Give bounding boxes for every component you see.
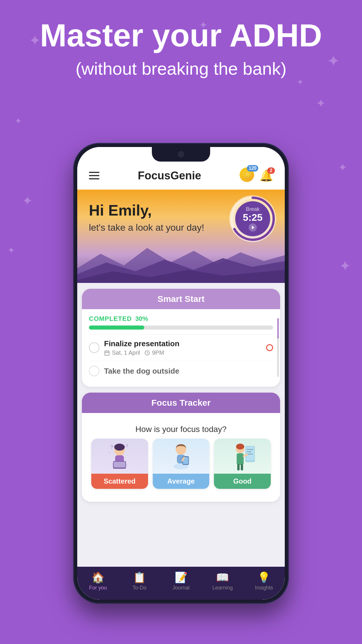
nav-item-journal[interactable]: 📝 Journal (160, 571, 202, 591)
phone-notch (152, 147, 210, 162)
svg-point-31 (236, 444, 244, 449)
focus-question: How is your focus today? (89, 419, 273, 439)
progress-section: COMPLETED 30% (89, 315, 273, 330)
svg-rect-26 (246, 447, 254, 461)
task-meta: Sat, 1 April 9PM (104, 349, 261, 356)
smart-start-header: Smart Start (82, 289, 280, 309)
todo-icon: 📋 (133, 571, 146, 584)
task-name: Finalize presentation (104, 339, 261, 348)
main-title: Master your ADHD (23, 18, 339, 53)
card-scrollbar (277, 318, 279, 377)
sub-title: (without breaking the bank) (23, 59, 339, 79)
smart-start-title: Smart Start (89, 294, 273, 304)
focus-options: ? ? ? Scattered (89, 439, 273, 496)
app-name: FocusGenie (138, 169, 201, 182)
focus-tracker-card: Focus Tracker How is your focus today? (82, 393, 280, 502)
timer-time: 5:25 (243, 212, 263, 222)
nav-label-for-you: For you (89, 585, 107, 591)
coin-count: 120 (247, 165, 258, 172)
timer-inner: Break 5:25 (235, 201, 270, 236)
scattered-image: ? ? ? (91, 439, 148, 474)
nav-item-learning[interactable]: 📖 Learning (202, 571, 243, 591)
notification-count: 2 (267, 167, 275, 174)
svg-rect-32 (237, 453, 244, 465)
progress-label: COMPLETED 30% (89, 315, 273, 323)
good-illustration (228, 440, 257, 472)
scattered-label: Scattered (91, 474, 148, 489)
bottom-nav: 🏠 For you 📋 To-Do 📝 Journal 📖 Learning (77, 567, 285, 600)
average-image (153, 439, 210, 474)
nav-label-insights: Insights (255, 585, 273, 591)
task-name-2: Take the dog outside (104, 367, 273, 376)
journal-icon: 📝 (175, 571, 188, 584)
svg-text:?: ? (110, 444, 113, 450)
nav-item-insights[interactable]: 💡 Insights (243, 571, 285, 591)
progress-bar-background (89, 326, 273, 330)
priority-indicator (266, 344, 273, 351)
nav-label-learning: Learning (212, 585, 233, 591)
task-checkbox[interactable] (89, 342, 99, 353)
svg-rect-5 (105, 351, 109, 355)
scattered-illustration: ? ? ? (105, 440, 134, 472)
timer-label: Break (246, 206, 259, 212)
task-info-2: Take the dog outside (104, 367, 273, 376)
nav-item-for-you[interactable]: 🏠 For you (77, 571, 119, 591)
phone-wrapper: FocusGenie 🪙 120 🔔 2 (73, 143, 289, 604)
good-label: Good (214, 474, 271, 489)
task-item-2: Take the dog outside (89, 361, 273, 381)
focus-option-good[interactable]: Good (214, 439, 271, 489)
scrollbar-thumb (277, 318, 279, 339)
top-icons: 🪙 120 🔔 2 (240, 167, 273, 184)
svg-text:?: ? (108, 452, 110, 456)
header-section: Master your ADHD (without breaking the b… (0, 18, 362, 79)
percent-text: 30% (135, 315, 148, 323)
good-image (214, 439, 271, 474)
learning-icon: 📖 (216, 571, 229, 584)
coin-badge[interactable]: 🪙 120 (240, 167, 256, 184)
completed-label: COMPLETED (89, 315, 132, 323)
focus-tracker-body: How is your focus today? (82, 413, 280, 502)
hero-banner: Hi Emily, let's take a look at your day!… (77, 190, 285, 283)
task-time: 9PM (144, 349, 164, 356)
front-camera (178, 151, 184, 158)
average-label: Average (153, 474, 210, 489)
smart-start-card: Smart Start COMPLETED 30% (82, 289, 280, 387)
insights-icon: 💡 (257, 571, 270, 584)
svg-point-12 (114, 444, 125, 451)
task-date: Sat, 1 April (104, 349, 140, 356)
timer-widget[interactable]: Break 5:25 (229, 195, 276, 242)
task-checkbox-2[interactable] (89, 366, 99, 376)
timer-play-button[interactable] (249, 223, 257, 232)
mountain-illustration (77, 242, 285, 283)
smart-start-body: COMPLETED 30% F (82, 309, 280, 387)
nav-label-todo: To-Do (133, 585, 147, 591)
hamburger-menu[interactable] (89, 172, 99, 179)
task-info: Finalize presentation Sat, 1 April (104, 339, 261, 356)
svg-rect-35 (241, 464, 243, 470)
progress-bar-fill (89, 326, 144, 330)
nav-item-todo[interactable]: 📋 To-Do (119, 571, 160, 591)
focus-tracker-title: Focus Tracker (89, 398, 273, 408)
svg-rect-34 (237, 464, 240, 470)
scroll-content[interactable]: Smart Start COMPLETED 30% (77, 283, 285, 567)
svg-rect-15 (114, 462, 125, 468)
focus-option-scattered[interactable]: ? ? ? Scattered (91, 439, 148, 489)
task-item: Finalize presentation Sat, 1 April (89, 334, 273, 361)
nav-label-journal: Journal (172, 585, 189, 591)
app-content: FocusGenie 🪙 120 🔔 2 (77, 147, 285, 600)
focus-option-average[interactable]: Average (153, 439, 210, 489)
phone-screen: FocusGenie 🪙 120 🔔 2 (77, 147, 285, 600)
svg-text:?: ? (126, 444, 128, 448)
home-icon: 🏠 (92, 571, 105, 584)
notification-bell[interactable]: 🔔 2 (259, 169, 273, 182)
average-illustration (166, 440, 196, 472)
timer-outer-ring: Break 5:25 (229, 195, 276, 242)
phone-outer: FocusGenie 🪙 120 🔔 2 (73, 143, 289, 604)
focus-tracker-header: Focus Tracker (82, 393, 280, 413)
